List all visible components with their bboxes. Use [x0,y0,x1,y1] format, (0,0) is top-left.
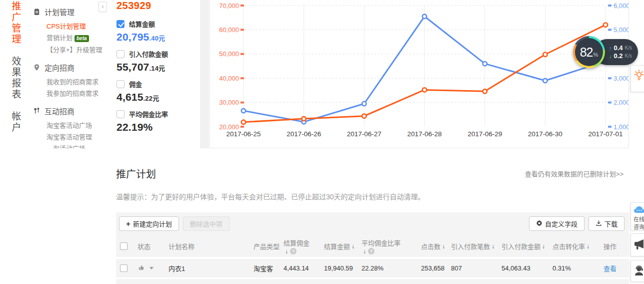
sidebar-item[interactable]: 营销计划beta [46,32,108,44]
svg-text:70,000: 70,000 [219,2,239,10]
sort-icon[interactable]: ↓ [285,248,288,255]
cell: 19,940.59 [324,264,362,272]
column-header-5[interactable]: 结算金额↓ [324,241,362,251]
column-header-7[interactable]: 点击数↓ [421,241,451,251]
sidebar-item[interactable]: 淘宝客活动广场 [46,120,108,131]
column-label: 引入付款笔数 [451,241,490,251]
megaphone-icon [634,243,644,251]
effect-trend-chart: 20,0001,00030,0002,00040,0003,00050,0004… [210,0,628,147]
metric-block: 佣金4,615.22元 [116,79,198,103]
sidebar-item[interactable]: CPS计划管理 [46,21,108,32]
sort-icon[interactable]: ↓ [352,243,354,250]
metric-checkbox-row[interactable]: 平均佣金比率 [116,109,198,119]
sidebar-group-title[interactable]: 定向招商 [33,61,108,73]
svg-text:2017-06-26: 2017-06-26 [286,130,321,138]
select-all-checkbox[interactable] [120,242,128,250]
announcement-card[interactable] [630,233,644,256]
column-label: 引入付款金额 [502,241,540,251]
download-button[interactable]: 下载 [588,216,624,231]
sidebar-group-title[interactable]: 互动招商 [33,105,108,117]
help-icon[interactable]: ? [368,248,374,254]
online-consult-label-line1: 在线 [634,216,644,223]
sidebar-item[interactable]: 我参加的招商需求 [46,88,108,99]
thumb-up-icon[interactable] [138,264,146,273]
sidebar-collapse-button[interactable]: ‹ [98,2,107,12]
column-header-2: 计划名称 [168,241,254,251]
metric-checkbox[interactable] [116,110,124,118]
cell: 22.28% [362,264,421,272]
column-header-8[interactable]: 引入付款笔数↓ [451,241,502,251]
view-link[interactable]: 查看 [604,263,616,273]
upload-speed-row: ↑ 0.4 K/s [609,45,638,52]
custom-fields-button[interactable]: 自定义字段 [529,216,584,231]
suggestion-bulb-card[interactable] [630,65,644,92]
download-speed-value: 0.2 [614,53,623,60]
help-icon[interactable]: ? [290,248,296,254]
metric-value: 22.19% [116,121,198,133]
column-header-4[interactable]: 结算佣金↓? [284,238,324,255]
vertical-nav-item-3[interactable]: 帐户 [9,111,22,133]
effect-trend-chart-card: 20,0001,00030,0002,00040,0003,00050,0004… [210,0,629,148]
customer-service-card[interactable] [630,260,644,282]
metric-checkbox[interactable] [116,50,124,58]
status-caret-icon[interactable] [150,267,154,269]
column-label: 点击转化率 [552,241,585,251]
sidebar-group: 互动招商淘宝客活动广场淘宝客活动管理一淘活动广场 [32,105,108,154]
column-header-10[interactable]: 点击转化率↓ [552,241,604,251]
chat-cloud-icon [634,206,644,215]
vertical-nav-item-2[interactable]: 效果报表 [9,56,22,100]
online-consult-card[interactable]: 在线 咨询 [630,202,644,230]
metric-checkbox-row[interactable]: 佣金 [116,79,198,89]
cell: 4,443.14 [284,264,324,272]
memory-usage-ring[interactable]: 82 % [573,36,605,68]
section-title: 推广计划 [116,166,156,181]
vertical-nav: 推广管理效果报表帐户 [5,1,26,144]
table-header-row: 状态计划名称产品类型结算佣金↓?结算金额↓平均佣金比率↓?点击数↓引入付款笔数↓… [116,235,629,259]
pin-icon [33,64,40,71]
status-cell[interactable] [138,264,168,273]
table-row: 内衣1淘宝客4,443.1419,940.5922.28%253,6588075… [116,259,629,279]
column-header-3: 产品类型 [254,241,284,251]
column-header-9[interactable]: 引入付款金额↓ [502,241,552,251]
sort-icon[interactable]: ↓ [542,243,545,250]
svg-text:3,000: 3,000 [614,75,628,82]
download-speed-row: ↓ 0.2 K/s [609,53,638,60]
column-header-6[interactable]: 平均佣金比率↓? [362,238,421,255]
row-checkbox[interactable] [120,264,128,272]
clipboard-icon [33,8,40,16]
sort-icon[interactable]: ↓ [492,243,494,250]
sidebar-item[interactable]: 我收到的招商需求 [46,76,108,88]
sort-icon[interactable]: ↓ [586,243,590,250]
sort-icon[interactable]: ↓ [363,248,366,255]
interact-icon [33,107,40,115]
promotion-plan-section: 推广计划 查看仍有效果数据的已删除计划>> 温馨提示：为了更好的用户体验，平台每… [0,148,644,284]
view-deleted-plans-link[interactable]: 查看仍有效果数据的已删除计划>> [525,169,624,178]
sidebar-item[interactable]: 【分享+】升级管理 [46,44,108,56]
network-speed-widget[interactable]: ↑ 0.4 K/s ↓ 0.2 K/s 82 % [573,36,638,68]
column-label: 平均佣金比率 [362,238,400,247]
download-icon [596,220,602,228]
metric-label: 佣金 [129,79,142,89]
beta-badge: beta [74,35,89,42]
clicks-total-value: 253929 [116,0,198,12]
sidebar-group: 计划管理CPS计划管理营销计划beta【分享+】升级管理 [32,6,108,56]
metric-checkbox[interactable] [116,80,124,88]
sidebar-group-label: 计划管理 [44,7,74,17]
metric-checkbox-row[interactable]: 引入付款金额 [116,49,198,59]
sidebar-item[interactable]: 淘宝客活动管理 [46,131,108,143]
sidebar-group-title[interactable]: 计划管理 [33,6,108,18]
upload-speed-value: 0.4 [614,45,623,52]
metric-block: 引入付款金额55,707.14元 [116,49,198,73]
vertical-nav-item-1[interactable]: 推广管理 [9,1,22,45]
delete-selected-button[interactable]: 删除选中项 [183,216,230,231]
svg-text:60,000: 60,000 [219,26,239,34]
table-toolbar: + 新建定向计划 删除选中项 自定义字段 下载 [116,212,629,231]
select-all-cell [120,242,138,250]
sort-icon[interactable]: ↓ [442,243,445,250]
new-plan-button[interactable]: + 新建定向计划 [119,216,179,231]
svg-text:2,000: 2,000 [614,99,628,106]
column-label: 点击数 [421,241,440,251]
metric-checkbox[interactable] [116,20,124,28]
stats-scrollbar-track[interactable] [200,0,209,148]
metric-checkbox-row[interactable]: 结算金额 [116,19,198,29]
